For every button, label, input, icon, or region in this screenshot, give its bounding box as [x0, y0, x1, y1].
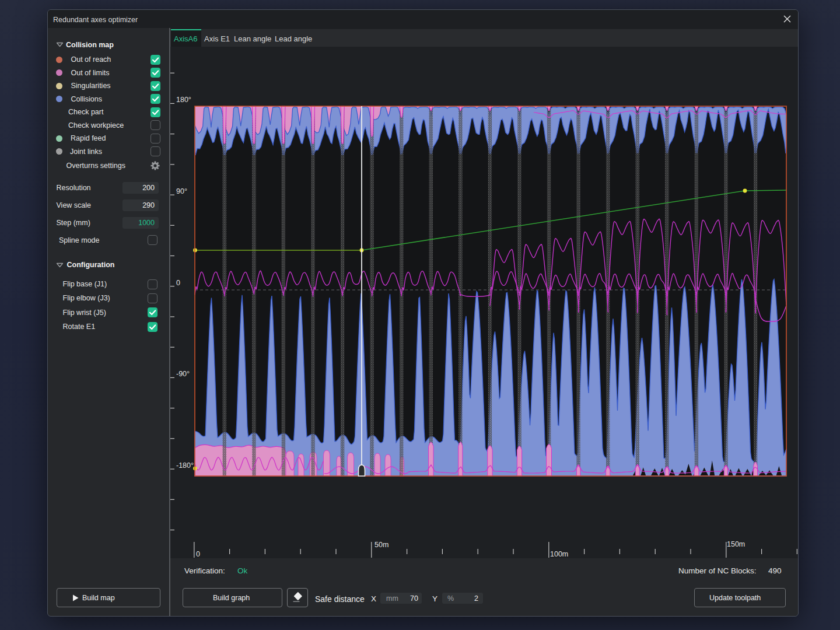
svg-text:180°: 180° — [176, 96, 191, 104]
svg-text:0: 0 — [196, 550, 200, 558]
svg-text:0: 0 — [176, 279, 180, 287]
svg-text:90°: 90° — [176, 187, 187, 195]
svg-text:150m: 150m — [727, 540, 745, 548]
svg-text:-90°: -90° — [176, 370, 190, 378]
svg-text:100m: 100m — [550, 550, 568, 558]
svg-text:-180°: -180° — [176, 461, 194, 470]
svg-text:50m: 50m — [374, 541, 388, 549]
